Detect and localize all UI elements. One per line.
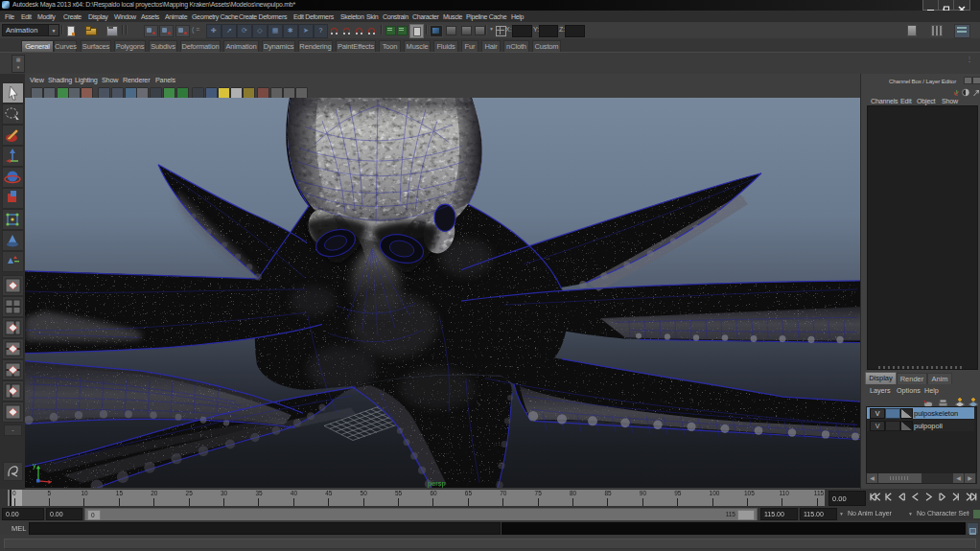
svg-text:persp: persp xyxy=(428,479,446,488)
svg-text:y: y xyxy=(33,462,36,470)
